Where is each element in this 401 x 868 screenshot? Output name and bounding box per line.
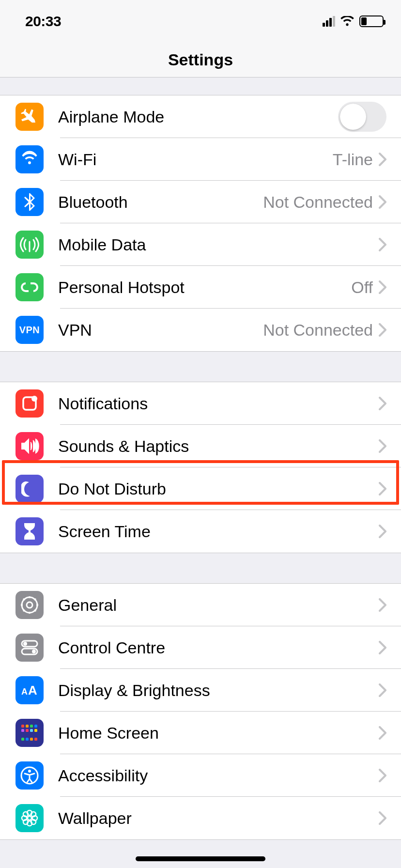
chevron-right-icon bbox=[379, 811, 386, 825]
navigation-bar: Settings bbox=[0, 43, 401, 78]
row-label: Mobile Data bbox=[58, 235, 379, 254]
vpn-icon: VPN bbox=[15, 316, 44, 344]
home-screen-row[interactable]: Home Screen bbox=[0, 712, 401, 754]
row-label: Home Screen bbox=[58, 724, 379, 743]
chevron-right-icon bbox=[379, 598, 386, 612]
settings-section-alerts: Notifications Sounds & Haptics Do Not Di… bbox=[0, 382, 401, 553]
sounds-row[interactable]: Sounds & Haptics bbox=[0, 425, 401, 467]
display-brightness-row[interactable]: AA Display & Brightness bbox=[0, 669, 401, 712]
row-label: General bbox=[58, 596, 379, 615]
svg-rect-18 bbox=[21, 725, 24, 728]
svg-line-9 bbox=[34, 610, 36, 611]
row-label: Control Centre bbox=[58, 638, 379, 657]
chevron-right-icon bbox=[379, 769, 386, 782]
svg-rect-19 bbox=[26, 725, 29, 728]
wifi-status-icon bbox=[340, 16, 355, 27]
status-time: 20:33 bbox=[25, 13, 61, 30]
hourglass-icon bbox=[15, 517, 44, 545]
accessibility-icon bbox=[15, 761, 44, 790]
row-label: Airplane Mode bbox=[58, 108, 338, 126]
settings-section-system: General Control Centre AA Display & Brig… bbox=[0, 583, 401, 840]
svg-line-8 bbox=[23, 599, 25, 600]
svg-rect-28 bbox=[30, 738, 33, 741]
chevron-right-icon bbox=[379, 397, 386, 410]
chevron-right-icon bbox=[379, 482, 386, 496]
row-label: Screen Time bbox=[58, 522, 379, 541]
svg-rect-20 bbox=[30, 725, 33, 728]
control-centre-row[interactable]: Control Centre bbox=[0, 626, 401, 669]
notifications-row[interactable]: Notifications bbox=[0, 382, 401, 425]
page-title: Settings bbox=[168, 50, 233, 69]
svg-line-10 bbox=[23, 610, 25, 611]
screen-time-row[interactable]: Screen Time bbox=[0, 510, 401, 553]
svg-text:A: A bbox=[28, 683, 37, 698]
svg-point-13 bbox=[23, 642, 27, 646]
row-value: T-line bbox=[333, 150, 373, 169]
text-size-icon: AA bbox=[15, 676, 44, 704]
status-indicators bbox=[323, 16, 384, 27]
svg-point-31 bbox=[28, 770, 31, 773]
general-row[interactable]: General bbox=[0, 584, 401, 626]
chevron-right-icon bbox=[379, 641, 386, 654]
speaker-icon bbox=[15, 432, 44, 460]
chevron-right-icon bbox=[379, 195, 386, 209]
svg-rect-23 bbox=[26, 729, 29, 732]
hotspot-icon bbox=[15, 273, 44, 301]
svg-rect-26 bbox=[21, 738, 24, 741]
row-label: Bluetooth bbox=[58, 193, 263, 212]
vpn-row[interactable]: VPN VPN Not Connected bbox=[0, 309, 401, 351]
status-bar: 20:33 bbox=[0, 0, 401, 43]
wifi-row[interactable]: Wi-Fi T-line bbox=[0, 138, 401, 181]
row-label: Personal Hotspot bbox=[58, 278, 351, 297]
flower-icon bbox=[15, 804, 44, 832]
svg-rect-25 bbox=[34, 729, 37, 732]
chevron-right-icon bbox=[379, 726, 386, 740]
antenna-icon bbox=[15, 231, 44, 259]
row-value: Off bbox=[351, 278, 373, 297]
svg-rect-27 bbox=[26, 738, 29, 741]
wallpaper-row[interactable]: Wallpaper bbox=[0, 797, 401, 839]
accessibility-row[interactable]: Accessibility bbox=[0, 754, 401, 797]
svg-point-1 bbox=[31, 396, 37, 402]
row-label: Notifications bbox=[58, 394, 379, 413]
row-label: Sounds & Haptics bbox=[58, 437, 379, 456]
bluetooth-row[interactable]: Bluetooth Not Connected bbox=[0, 181, 401, 223]
chevron-right-icon bbox=[379, 683, 386, 697]
moon-icon bbox=[15, 475, 44, 503]
chevron-right-icon bbox=[379, 525, 386, 538]
airplane-mode-row[interactable]: Airplane Mode bbox=[0, 95, 401, 138]
svg-rect-24 bbox=[30, 729, 33, 732]
row-label: Display & Brightness bbox=[58, 681, 379, 700]
settings-section-connectivity: Airplane Mode Wi-Fi T-line Bluetooth Not… bbox=[0, 95, 401, 352]
switches-icon bbox=[15, 634, 44, 662]
svg-rect-29 bbox=[34, 738, 37, 741]
chevron-right-icon bbox=[379, 153, 386, 166]
battery-icon bbox=[359, 16, 384, 27]
chevron-right-icon bbox=[379, 323, 386, 337]
row-value: Not Connected bbox=[263, 321, 373, 340]
homescreen-grid-icon bbox=[15, 719, 44, 747]
row-label: Wi-Fi bbox=[58, 150, 333, 169]
airplane-icon bbox=[15, 103, 44, 131]
row-label: Do Not Disturb bbox=[58, 480, 379, 498]
do-not-disturb-row[interactable]: Do Not Disturb bbox=[0, 467, 401, 510]
svg-point-15 bbox=[32, 650, 36, 653]
mobile-data-row[interactable]: Mobile Data bbox=[0, 223, 401, 266]
airplane-mode-toggle[interactable] bbox=[338, 102, 386, 132]
chevron-right-icon bbox=[379, 238, 386, 251]
bluetooth-icon bbox=[15, 188, 44, 216]
wifi-icon bbox=[15, 145, 44, 173]
personal-hotspot-row[interactable]: Personal Hotspot Off bbox=[0, 266, 401, 309]
svg-point-32 bbox=[28, 816, 31, 820]
chevron-right-icon bbox=[379, 439, 386, 453]
svg-point-3 bbox=[27, 602, 32, 608]
svg-line-11 bbox=[34, 599, 36, 600]
notifications-icon bbox=[15, 389, 44, 418]
home-indicator[interactable] bbox=[136, 856, 265, 861]
svg-rect-22 bbox=[21, 729, 24, 732]
row-value: Not Connected bbox=[263, 193, 373, 212]
svg-rect-21 bbox=[34, 725, 37, 728]
row-label: Accessibility bbox=[58, 766, 379, 785]
gear-icon bbox=[15, 591, 44, 619]
row-label: VPN bbox=[58, 321, 263, 340]
